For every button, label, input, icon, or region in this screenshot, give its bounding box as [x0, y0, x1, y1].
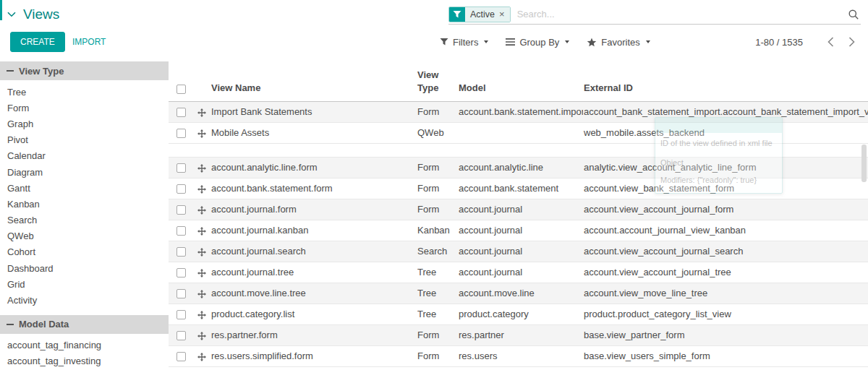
- column-header-external-id[interactable]: External ID: [583, 59, 868, 101]
- caret-down-icon: [484, 40, 488, 43]
- table-row[interactable]: account.bank.statement.form Form account…: [169, 178, 868, 199]
- table-row[interactable]: product.category.list Tree product.categ…: [169, 304, 868, 324]
- pager-next-button[interactable]: [841, 37, 862, 47]
- row-checkbox[interactable]: [176, 205, 186, 215]
- cell-external-id: account.view_move_line_tree: [583, 283, 868, 304]
- row-checkbox[interactable]: [176, 268, 186, 278]
- cell-view-name: res.users.simplified.form: [210, 345, 417, 366]
- sidebar-filter-item[interactable]: Diagram: [0, 164, 169, 180]
- pager-previous-button[interactable]: [820, 37, 841, 47]
- table-row[interactable]: account.journal.kanban Kanban account.jo…: [169, 220, 868, 241]
- row-checkbox-cell: [169, 122, 193, 143]
- row-checkbox[interactable]: [176, 163, 186, 173]
- table-row[interactable]: res.partner.form Form res.partner base.v…: [169, 324, 868, 345]
- drag-handle-icon[interactable]: [197, 332, 206, 340]
- caret-down-icon: [646, 40, 650, 43]
- list-view: View Name View Type Model External ID Im…: [169, 59, 868, 370]
- column-header-model[interactable]: Model: [458, 59, 583, 101]
- sidebar-filter-item[interactable]: Graph: [0, 116, 169, 132]
- sidebar-filter-item[interactable]: Calendar: [0, 148, 169, 164]
- row-checkbox[interactable]: [176, 289, 186, 298]
- drag-handle-icon[interactable]: [197, 227, 206, 236]
- cell-view-type: Form: [417, 324, 458, 345]
- group-by-label: Group By: [519, 37, 559, 48]
- sidebar-filter-item[interactable]: account_tag_financing: [0, 337, 169, 353]
- row-handle-cell: [193, 220, 210, 241]
- sidebar-section-model-data[interactable]: Model Data: [0, 315, 169, 334]
- search-facet-active[interactable]: Active ×: [448, 7, 511, 22]
- drag-handle-icon[interactable]: [197, 269, 206, 278]
- filters-menu[interactable]: Filters: [440, 37, 488, 48]
- drag-handle-icon[interactable]: [197, 185, 206, 194]
- sidebar-filter-item[interactable]: Tree: [0, 84, 169, 100]
- table-row[interactable]: Mobile Assets QWeb web_mobile.assets_bac…: [169, 122, 868, 143]
- cell-model: [458, 143, 583, 157]
- section-dash-icon: [7, 324, 14, 325]
- row-handle-cell: [193, 143, 210, 157]
- drag-handle-icon[interactable]: [197, 311, 206, 319]
- row-checkbox-cell: [169, 345, 193, 366]
- drag-handle-icon[interactable]: [197, 164, 206, 173]
- drag-handle-icon[interactable]: [197, 353, 206, 361]
- drag-handle-icon[interactable]: [197, 129, 206, 138]
- row-handle-cell: [193, 157, 210, 178]
- row-checkbox[interactable]: [176, 331, 186, 340]
- favorites-menu[interactable]: Favorites: [587, 37, 650, 48]
- group-by-menu[interactable]: Group By: [506, 37, 569, 48]
- chevron-down-icon[interactable]: [7, 12, 16, 17]
- sidebar-filter-item[interactable]: Activity: [0, 292, 169, 308]
- sidebar-filter-item[interactable]: Dashboard: [0, 260, 169, 276]
- section-title: View Type: [19, 66, 64, 77]
- table-row[interactable]: account.journal.form Form account.journa…: [169, 199, 868, 220]
- cell-model: account.move.line: [458, 283, 583, 304]
- cell-external-id: base.view_partner_form: [583, 324, 868, 345]
- table-row[interactable]: account.journal.search Search account.jo…: [169, 241, 868, 262]
- drag-handle-icon[interactable]: [197, 206, 206, 215]
- cell-view-type: Search: [417, 241, 458, 262]
- sidebar-filter-item[interactable]: QWeb: [0, 228, 169, 244]
- table-row[interactable]: [169, 143, 868, 157]
- row-handle-cell: [193, 101, 210, 122]
- column-header-view-type[interactable]: View Type: [417, 59, 458, 101]
- sidebar-filter-item[interactable]: account_tag_investing: [0, 353, 169, 369]
- import-button[interactable]: IMPORT: [68, 32, 110, 52]
- sidebar-filter-item[interactable]: Kanban: [0, 196, 169, 212]
- table-row[interactable]: res.users.simplified.form Form res.users…: [169, 345, 868, 366]
- row-checkbox[interactable]: [176, 310, 186, 319]
- cell-view-type: Form: [417, 199, 458, 220]
- drag-handle-icon[interactable]: [197, 248, 206, 257]
- filters-icon: [440, 38, 448, 46]
- create-button[interactable]: CREATE: [10, 32, 65, 52]
- row-checkbox[interactable]: [176, 226, 186, 236]
- row-checkbox[interactable]: [176, 108, 186, 117]
- row-checkbox[interactable]: [176, 247, 186, 257]
- facet-remove-icon[interactable]: ×: [499, 9, 505, 19]
- sidebar-filter-item[interactable]: Search: [0, 212, 169, 228]
- cell-view-name: account.journal.kanban: [210, 220, 417, 241]
- table-row[interactable]: account.move.line.tree Tree account.move…: [169, 283, 868, 304]
- row-checkbox[interactable]: [176, 184, 186, 194]
- search-input[interactable]: [516, 8, 843, 20]
- sidebar-filter-item[interactable]: Pivot: [0, 132, 169, 148]
- select-all-checkbox[interactable]: [176, 85, 186, 94]
- row-checkbox[interactable]: [176, 352, 186, 361]
- table-row[interactable]: Import Bank Statements Form account.bank…: [169, 101, 868, 122]
- sidebar-filter-item[interactable]: Form: [0, 100, 169, 116]
- table-row[interactable]: account.analytic.line.form Form account.…: [169, 157, 868, 178]
- cell-external-id: account.view_account_journal_search: [583, 241, 868, 262]
- page-title: Views: [23, 7, 59, 22]
- sidebar-filter-item[interactable]: Grid: [0, 276, 169, 292]
- sidebar-filter-item[interactable]: Gantt: [0, 180, 169, 196]
- cell-view-name: product.category.list: [210, 304, 417, 324]
- pager: 1-80 / 1535: [755, 33, 862, 51]
- search-bar: Active ×: [448, 4, 861, 25]
- vertical-scrollbar-thumb[interactable]: [861, 145, 867, 182]
- drag-handle-icon[interactable]: [197, 108, 206, 117]
- row-checkbox[interactable]: [176, 129, 186, 138]
- table-row[interactable]: account.journal.tree Tree account.journa…: [169, 262, 868, 283]
- sidebar-section-view-type[interactable]: View Type: [0, 61, 169, 80]
- drag-handle-icon[interactable]: [197, 290, 206, 298]
- sidebar-filter-item[interactable]: Cohort: [0, 244, 169, 260]
- search-icon[interactable]: [848, 9, 859, 20]
- column-header-view-name[interactable]: View Name: [210, 59, 417, 101]
